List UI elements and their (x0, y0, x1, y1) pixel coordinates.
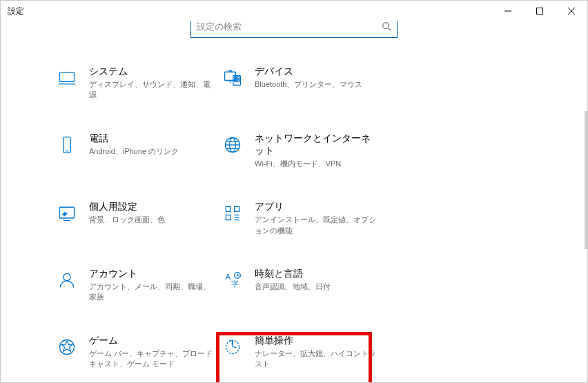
category-title: アプリ (255, 201, 379, 213)
categories-grid: システムディスプレイ、サウンド、通知、電源デバイスBluetooth、プリンター… (1, 38, 587, 383)
network-icon (222, 134, 244, 156)
ease-of-access-icon (222, 336, 244, 358)
category-phone[interactable]: 電話Android、iPhone のリンク (56, 132, 222, 169)
svg-rect-25 (226, 207, 231, 212)
category-description: 音声認識、地域、日付 (255, 282, 379, 292)
system-icon (56, 67, 78, 89)
category-title: ゲーム (89, 335, 213, 347)
content-area: 設定の検索 システムディスプレイ、サウンド、通知、電源デバイスBluetooth… (1, 21, 587, 383)
category-description: ナレーター、拡大鏡、ハイコントラスト (255, 348, 379, 370)
maximize-button[interactable] (524, 1, 556, 21)
category-title: ネットワークとインターネット (255, 132, 379, 157)
category-title: 電話 (89, 132, 213, 145)
search-placeholder: 設定の検索 (197, 21, 242, 33)
category-description: アカウント、メール、同期、職場、家族 (89, 282, 213, 303)
category-description: アンインストール、既定値、オプションの機能 (255, 215, 379, 236)
category-title: デバイス (255, 66, 379, 78)
svg-point-31 (63, 273, 71, 281)
category-description: ディスプレイ、サウンド、通知、電源 (89, 79, 213, 101)
category-accounts[interactable]: アカウントアカウント、メール、同期、職場、家族 (56, 268, 222, 303)
minimize-button[interactable] (492, 1, 524, 21)
scrollbar[interactable] (585, 111, 587, 249)
category-title: 簡単操作 (255, 335, 379, 347)
window-title: 設定 (8, 6, 24, 17)
search-input[interactable]: 設定の検索 (190, 21, 398, 38)
svg-text:字: 字 (231, 279, 239, 288)
close-button[interactable] (556, 1, 587, 21)
search-icon (382, 21, 391, 33)
category-description: Wi-Fi、機内モード、VPN (255, 159, 379, 169)
category-description: Android、iPhone のリンク (89, 146, 213, 157)
category-gaming[interactable]: ゲームゲーム バー、キャプチャ、ブロードキャスト、ゲーム モード (56, 335, 222, 370)
svg-rect-9 (229, 71, 232, 72)
category-ease[interactable]: 簡単操作ナレーター、拡大鏡、ハイコントラスト (222, 335, 387, 370)
category-title: システム (89, 66, 213, 78)
svg-rect-27 (226, 215, 231, 220)
titlebar: 設定 (1, 1, 587, 21)
svg-rect-6 (60, 72, 75, 81)
svg-rect-16 (63, 137, 71, 153)
category-system[interactable]: システムディスプレイ、サウンド、通知、電源 (56, 66, 222, 101)
category-title: アカウント (89, 268, 213, 280)
time-language-icon: A字 (222, 269, 244, 291)
gaming-icon (56, 336, 78, 358)
svg-line-5 (389, 28, 391, 30)
svg-rect-1 (537, 8, 543, 14)
svg-rect-13 (237, 77, 239, 79)
svg-point-4 (383, 22, 389, 28)
apps-icon (222, 202, 244, 224)
svg-rect-23 (60, 207, 75, 218)
category-network[interactable]: ネットワークとインターネットWi-Fi、機内モード、VPN (222, 132, 387, 169)
category-description: ゲーム バー、キャプチャ、ブロードキャスト、ゲーム モード (89, 348, 213, 370)
svg-line-36 (237, 275, 239, 276)
personalization-icon (56, 202, 78, 224)
svg-rect-8 (225, 72, 236, 80)
category-personal[interactable]: 個人用設定背景、ロック画面、色 (56, 201, 222, 236)
category-title: 時刻と言語 (255, 268, 379, 280)
window-controls (492, 1, 587, 21)
category-description: Bluetooth、プリンター、マウス (255, 79, 379, 90)
svg-text:A: A (226, 273, 231, 281)
svg-rect-15 (237, 80, 239, 82)
accounts-icon (56, 269, 78, 291)
devices-icon (222, 67, 244, 89)
phone-icon (56, 134, 78, 156)
category-devices[interactable]: デバイスBluetooth、プリンター、マウス (222, 66, 387, 101)
category-title: 個人用設定 (89, 201, 213, 213)
category-time[interactable]: A字時刻と言語音声認識、地域、日付 (222, 268, 387, 303)
category-description: 背景、ロック画面、色 (89, 215, 213, 225)
category-apps[interactable]: アプリアンインストール、既定値、オプションの機能 (222, 201, 387, 236)
svg-rect-26 (235, 207, 239, 212)
